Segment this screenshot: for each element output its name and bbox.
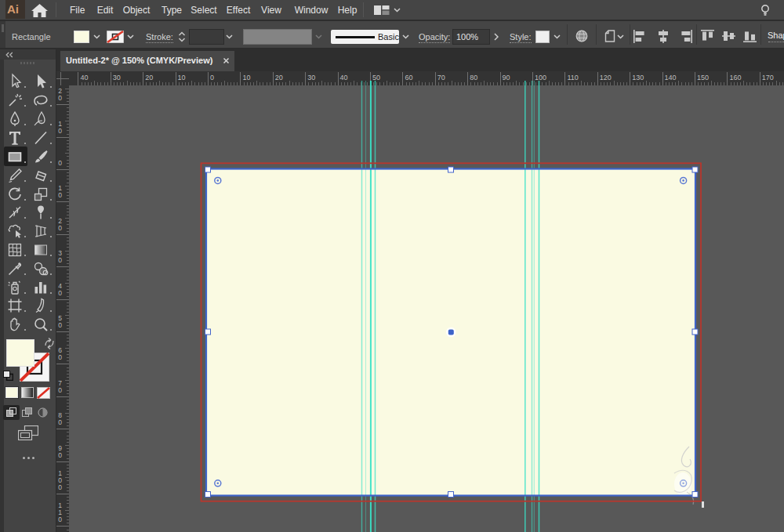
svg-text:0: 0 <box>210 74 214 81</box>
svg-text:30: 30 <box>113 74 121 81</box>
svg-text:150: 150 <box>697 74 709 81</box>
svg-text:20: 20 <box>275 74 283 81</box>
svg-text:40: 40 <box>340 74 348 81</box>
svg-text:160: 160 <box>729 74 741 81</box>
svg-text:140: 140 <box>665 74 677 81</box>
svg-text:0: 0 <box>58 516 62 523</box>
svg-text:0: 0 <box>58 451 62 459</box>
svg-text:10: 10 <box>178 74 186 81</box>
svg-text:0: 0 <box>58 159 62 167</box>
svg-text:100: 100 <box>535 74 546 81</box>
svg-text:110: 110 <box>567 74 578 81</box>
svg-text:0: 0 <box>58 256 62 264</box>
svg-text:0: 0 <box>58 94 62 102</box>
svg-text:0: 0 <box>58 224 62 232</box>
svg-text:10: 10 <box>242 74 250 81</box>
svg-text:20: 20 <box>145 74 153 81</box>
svg-text:60: 60 <box>405 74 412 81</box>
svg-text:0: 0 <box>58 127 62 135</box>
svg-text:50: 50 <box>372 74 380 81</box>
svg-text:90: 90 <box>503 74 510 81</box>
svg-text:0: 0 <box>58 386 62 394</box>
svg-text:0: 0 <box>58 418 62 426</box>
svg-text:0: 0 <box>58 289 62 297</box>
svg-text:0: 0 <box>58 191 62 199</box>
svg-text:80: 80 <box>470 74 477 81</box>
svg-text:120: 120 <box>600 74 612 81</box>
svg-text:30: 30 <box>307 74 315 81</box>
svg-text:0: 0 <box>58 483 62 491</box>
svg-text:40: 40 <box>80 74 88 81</box>
svg-text:130: 130 <box>632 74 644 81</box>
svg-text:0: 0 <box>58 353 62 361</box>
svg-text:0: 0 <box>58 321 62 329</box>
svg-text:170: 170 <box>762 74 774 81</box>
svg-text:70: 70 <box>437 74 445 81</box>
